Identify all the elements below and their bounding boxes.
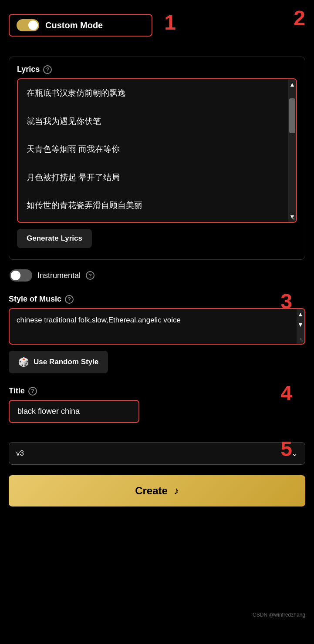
title-label-row: Title ? (9, 386, 305, 396)
lyrics-help-icon[interactable]: ? (43, 65, 52, 74)
custom-mode-toggle[interactable] (17, 19, 39, 31)
create-button[interactable]: Create ♪ (9, 475, 305, 506)
style-resize-handle[interactable]: ⤡ (299, 337, 304, 343)
style-label-row: Style of Music ? (9, 295, 305, 304)
instrumental-toggle[interactable] (10, 269, 32, 282)
instrumental-help-icon[interactable]: ? (86, 271, 95, 280)
create-label: Create (135, 485, 168, 497)
title-help-icon[interactable]: ? (28, 387, 37, 396)
lyrics-textarea-container: ▲ ▼ ⤡ (17, 78, 297, 223)
lyrics-scrollbar[interactable]: ▲ ▼ (288, 79, 296, 222)
label-4: 4 (280, 383, 292, 404)
style-textarea[interactable] (10, 309, 297, 344)
version-value: v3 (16, 449, 24, 458)
custom-mode-label: Custom Mode (45, 20, 103, 30)
label-1: 1 (164, 12, 176, 33)
scroll-thumb (289, 98, 295, 133)
style-scroll-up[interactable]: ▲ (297, 309, 304, 319)
watermark: CSDN @winfredzhang (253, 612, 305, 618)
lyrics-textarea[interactable] (20, 81, 294, 220)
style-scroll-down[interactable]: ▼ (297, 319, 304, 330)
lyrics-section: Lyrics ? ▲ ▼ ⤡ Generate Lyrics (9, 57, 305, 260)
random-style-label: Use Random Style (34, 358, 98, 366)
dice-icon: 🎲 (18, 357, 29, 367)
style-textarea-container: ▲ ▼ ⤡ (9, 308, 305, 345)
resize-handle[interactable]: ⤡ (291, 215, 295, 221)
title-input-container (9, 400, 139, 423)
label-5: 5 (280, 439, 292, 460)
generate-lyrics-button[interactable]: Generate Lyrics (17, 229, 92, 248)
title-section: Title ? 4 (9, 386, 305, 433)
music-note-icon: ♪ (174, 485, 179, 497)
scroll-track (288, 90, 296, 211)
instrumental-row: Instrumental ? (9, 269, 305, 282)
instrumental-label: Instrumental (37, 271, 81, 280)
chevron-down-icon: ⌄ (291, 449, 298, 458)
title-input[interactable] (10, 402, 138, 421)
lyrics-label-row: Lyrics ? (17, 65, 297, 74)
version-section: 5 v3 ⌄ (9, 442, 305, 465)
custom-mode-container: Custom Mode (9, 14, 152, 37)
version-select[interactable]: v3 ⌄ (9, 442, 305, 465)
lyrics-label: Lyrics (17, 65, 40, 74)
style-section: Style of Music ? 3 ▲ ▼ ⤡ 🎲 Use Random St… (9, 295, 305, 373)
title-label: Title (9, 386, 25, 396)
scroll-up-arrow[interactable]: ▲ (289, 79, 295, 90)
style-help-icon[interactable]: ? (65, 295, 74, 304)
style-label: Style of Music (9, 295, 61, 304)
random-style-button[interactable]: 🎲 Use Random Style (9, 351, 108, 373)
label-2: 2 (294, 8, 305, 29)
